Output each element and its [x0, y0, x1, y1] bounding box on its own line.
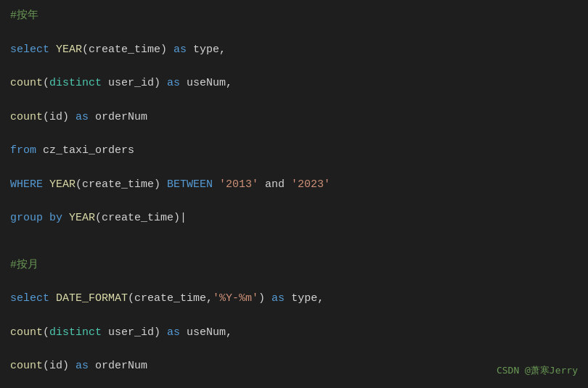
code-token: '2023' — [291, 178, 330, 191]
code-token: ) — [258, 292, 271, 305]
code-token: (id) — [43, 360, 75, 372]
code-line-0: select DATE_FORMAT(create_time,'%Y-%m') … — [10, 290, 578, 307]
code-token: orderNum — [89, 360, 147, 372]
code-token: (create_time)| — [95, 212, 187, 224]
code-token: YEAR — [56, 44, 82, 56]
code-token: from — [10, 144, 36, 157]
code-token: as — [271, 292, 285, 305]
code-token: ( — [43, 326, 49, 339]
code-token: select — [10, 44, 56, 56]
comment-line: #按月 — [10, 257, 578, 273]
code-token: '%Y-%m' — [213, 292, 258, 305]
code-token: group — [10, 212, 49, 224]
code-token: as — [167, 77, 180, 89]
code-line-1: count(distinct user_id) as useNum, — [10, 324, 578, 341]
code-line-4: WHERE YEAR(create_time) BETWEEN '2013' a… — [10, 176, 578, 193]
code-token: YEAR — [69, 212, 95, 224]
code-token: useNum, — [180, 326, 232, 339]
section-by-month: #按月select DATE_FORMAT(create_time,'%Y-%m… — [10, 257, 578, 389]
code-token: ( — [43, 77, 49, 89]
code-token: by — [49, 212, 69, 224]
code-token: cz_taxi_orders — [36, 144, 134, 157]
code-token: orderNum — [89, 111, 147, 123]
code-editor: #按年select YEAR(create_time) as type,coun… — [10, 7, 578, 388]
code-token: count — [10, 360, 43, 372]
code-token: and — [258, 178, 291, 191]
code-token: distinct — [49, 77, 102, 89]
code-line-3: from cz_taxi_orders — [10, 142, 578, 159]
code-line-0: select YEAR(create_time) as type, — [10, 41, 578, 58]
code-line-2: count(id) as orderNum — [10, 358, 578, 374]
code-token: (create_time) — [82, 44, 173, 56]
code-line-2: count(id) as orderNum — [10, 109, 578, 125]
comment-line: #按年 — [10, 7, 578, 24]
code-token: as — [173, 44, 187, 56]
code-token: select — [10, 292, 56, 305]
code-token: (create_time, — [128, 292, 213, 305]
code-line-1: count(distinct user_id) as useNum, — [10, 75, 578, 91]
code-token: user_id) — [102, 326, 167, 339]
code-token: count — [10, 77, 43, 89]
code-token: YEAR — [49, 178, 75, 191]
code-token: count — [10, 111, 43, 123]
code-token: (create_time) — [75, 178, 167, 191]
code-token: DATE_FORMAT — [56, 292, 128, 305]
code-token: as — [75, 360, 89, 372]
code-token: as — [75, 111, 89, 123]
code-token: useNum, — [180, 77, 232, 89]
code-token: as — [167, 326, 180, 339]
code-token: type, — [187, 44, 226, 56]
code-token: distinct — [49, 326, 102, 339]
code-token: user_id) — [102, 77, 167, 89]
code-token: BETWEEN — [167, 178, 219, 191]
watermark: CSDN @萧寒Jerry — [497, 363, 578, 378]
code-token: count — [10, 326, 43, 339]
code-token: (id) — [43, 111, 75, 123]
section-by-year: #按年select YEAR(create_time) as type,coun… — [10, 7, 578, 244]
code-token: WHERE — [10, 178, 49, 191]
code-token: type, — [285, 292, 324, 305]
code-line-5: group by YEAR(create_time)| — [10, 210, 578, 226]
code-token: '2013' — [219, 178, 258, 191]
